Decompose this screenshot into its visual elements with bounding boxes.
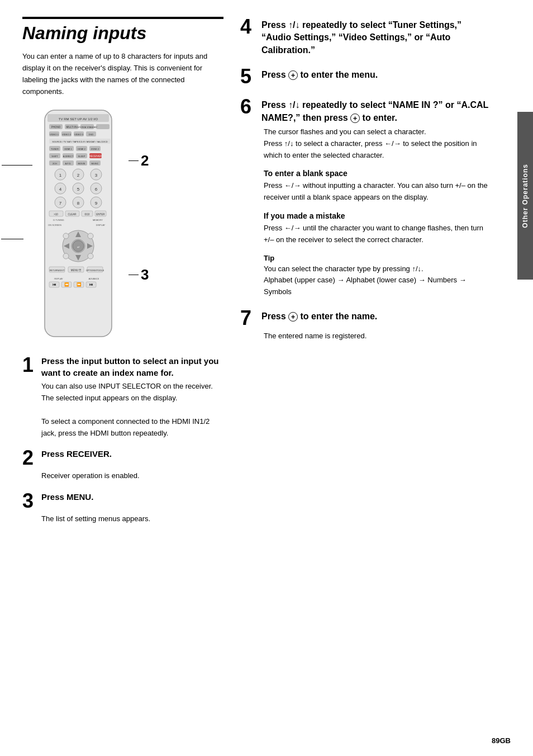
- svg-text:HDMI 2: HDMI 2: [78, 148, 85, 150]
- svg-text:MENU ☰: MENU ☰: [71, 269, 82, 272]
- svg-text:MEMORY: MEMORY: [93, 219, 103, 221]
- callout-1: 1: [0, 157, 32, 174]
- svg-text:HDMI 1: HDMI 1: [64, 148, 72, 150]
- step-3-title: Press MENU.: [41, 491, 93, 503]
- step-6-body: The cursor flashes and you can select a …: [264, 126, 491, 161]
- subsection-blank-space-body: Press ←/→ without inputting a character.…: [264, 180, 491, 204]
- subsection-mistake-title: If you made a mistake: [264, 211, 491, 220]
- svg-text:2CH: 2CH: [53, 162, 57, 165]
- subsection-blank-space-title: To enter a blank space: [264, 169, 491, 178]
- step-6: 6 Press ↑/↓ repeatedly to select “NAME I…: [240, 97, 491, 298]
- step-5-number: 5: [240, 67, 261, 87]
- tip-body: You can select the character type by pre…: [264, 263, 491, 298]
- svg-text:⏮: ⏮: [53, 282, 56, 286]
- svg-rect-6: [96, 124, 110, 129]
- step-1-number: 1: [22, 355, 39, 375]
- callout-3-label: 3: [141, 266, 149, 284]
- svg-text:1: 1: [59, 173, 62, 178]
- svg-text:4: 4: [59, 187, 62, 192]
- svg-text:VIDEO 1: VIDEO 1: [50, 133, 59, 136]
- svg-text:REPLAY: REPLAY: [54, 277, 63, 280]
- svg-text:ON SCREEN: ON SCREEN: [48, 224, 61, 226]
- step-2-title: Press RECEIVER.: [41, 448, 112, 460]
- page-title: Naming inputs: [22, 23, 223, 43]
- left-column: Naming inputs You can enter a name of up…: [22, 17, 235, 739]
- title-bar: Naming inputs: [22, 17, 223, 43]
- svg-text:MUSIC: MUSIC: [92, 162, 99, 165]
- svg-text:TV   RM SET UP   AV 1/2   I/O: TV RM SET UP AV 1/2 I/O: [59, 117, 98, 121]
- step-7-title: Press + to enter the name.: [261, 310, 377, 323]
- svg-text:ADVANCE: ADVANCE: [88, 277, 99, 280]
- step-2: 2 Press RECEIVER. Receiver operation is …: [22, 448, 223, 482]
- subsection-blank-space: To enter a blank space Press ←/→ without…: [264, 169, 491, 204]
- step-1: 1 Press the input button to select an in…: [22, 355, 223, 439]
- svg-text:RETURN/EXIT: RETURN/EXIT: [50, 269, 65, 272]
- svg-text:⏭: ⏭: [89, 282, 93, 286]
- tip-title: Tip: [264, 254, 491, 262]
- step-7-body: The entered name is registered.: [264, 330, 491, 342]
- svg-text:SOURCE / TV SAT / TAPE/CD-R / : SOURCE / TV SAT / TAPE/CD-R / MD/DAT / S…: [52, 140, 108, 143]
- step-6-number: 6: [240, 97, 261, 117]
- page-number: 89GB: [492, 736, 511, 745]
- intro-text: You can enter a name of up to 8 characte…: [22, 51, 223, 97]
- svg-text:MOVIE: MOVIE: [78, 162, 85, 165]
- svg-text:0/10: 0/10: [85, 213, 90, 216]
- svg-text:VIDEO 2: VIDEO 2: [62, 133, 72, 136]
- step-5: 5 Press + to enter the menu.: [240, 67, 491, 87]
- svg-text:↵: ↵: [77, 245, 80, 249]
- step-3: 3 Press MENU. The list of setting menus …: [22, 491, 223, 525]
- step-6-title: Press ↑/↓ repeatedly to select “NAME IN …: [261, 99, 491, 124]
- svg-text:RECEIVER: RECEIVER: [89, 155, 102, 158]
- svg-text:TUNER: TUNER: [51, 148, 59, 150]
- step-4: 4 Press ↑/↓ repeatedly to select “Tuner …: [240, 17, 491, 56]
- callout-2-label: 2: [141, 152, 149, 169]
- svg-text:SYSTEM STANDBY: SYSTEM STANDBY: [77, 126, 97, 129]
- step-2-number: 2: [22, 448, 39, 468]
- svg-point-84: [88, 233, 93, 239]
- svg-text:⏩: ⏩: [77, 282, 82, 287]
- svg-text:SLEEP: SLEEP: [78, 155, 85, 158]
- svg-text:OPTIONS/TOOLS: OPTIONS/TOOLS: [86, 269, 104, 272]
- svg-point-85: [63, 253, 69, 259]
- tip-section: Tip You can select the character type by…: [264, 254, 491, 298]
- remote-illustration: TV RM SET UP AV 1/2 I/O PHONO MULTI IN S…: [22, 107, 201, 344]
- svg-text:2: 2: [77, 173, 80, 178]
- step-2-body: Receiver operation is enabled.: [41, 470, 223, 482]
- callout-3: 3: [129, 266, 149, 284]
- step-5-title: Press + to enter the menu.: [261, 69, 378, 81]
- subsection-mistake: If you made a mistake Press ←/→ until th…: [264, 211, 491, 246]
- subsection-mistake-body: Press ←/→ until the character you want t…: [264, 223, 491, 246]
- svg-text:7: 7: [59, 201, 62, 206]
- svg-text:9: 9: [95, 201, 98, 206]
- step-3-number: 3: [22, 491, 39, 511]
- svg-text:5: 5: [77, 187, 80, 192]
- remote-svg: TV RM SET UP AV 1/2 I/O PHONO MULTI IN S…: [22, 107, 134, 342]
- svg-text:VIDEO 3: VIDEO 3: [74, 133, 84, 136]
- svg-text:A.DIRECT: A.DIRECT: [63, 155, 74, 158]
- right-column: 4 Press ↑/↓ repeatedly to select “Tuner …: [235, 17, 511, 739]
- svg-text:D.TUNING: D.TUNING: [53, 219, 64, 221]
- step-3-body: The list of setting menus appears.: [41, 513, 223, 525]
- svg-text:6: 6: [95, 187, 98, 192]
- svg-text:MULTI IN: MULTI IN: [66, 126, 77, 129]
- svg-text:8: 8: [77, 201, 80, 206]
- svg-text:SHIFT: SHIFT: [51, 155, 58, 158]
- callout-2: 2: [129, 152, 149, 169]
- svg-text:⏪: ⏪: [64, 282, 69, 287]
- side-tab: Other Operations: [517, 112, 533, 280]
- step-7: 7 Press + to enter the name. The entered…: [240, 308, 491, 342]
- svg-text:PHONO: PHONO: [51, 126, 61, 129]
- svg-text:3: 3: [95, 173, 98, 178]
- svg-text:ENTER: ENTER: [96, 213, 105, 216]
- step-1-body: You can also use INPUT SELECTOR on the r…: [41, 381, 223, 439]
- svg-text:DISPLAY: DISPLAY: [96, 224, 106, 226]
- svg-point-83: [63, 233, 69, 239]
- step-4-number: 4: [240, 17, 261, 37]
- step-4-title: Press ↑/↓ repeatedly to select “Tuner Se…: [261, 19, 491, 56]
- svg-point-86: [88, 253, 93, 259]
- callout-47: 4-7: [0, 230, 23, 248]
- svg-text:ZONE 2: ZONE 2: [91, 148, 99, 150]
- side-tab-label: Other Operations: [521, 164, 529, 228]
- step-1-title: Press the input button to select an inpu…: [41, 355, 223, 379]
- svg-text:DVD: DVD: [89, 133, 94, 136]
